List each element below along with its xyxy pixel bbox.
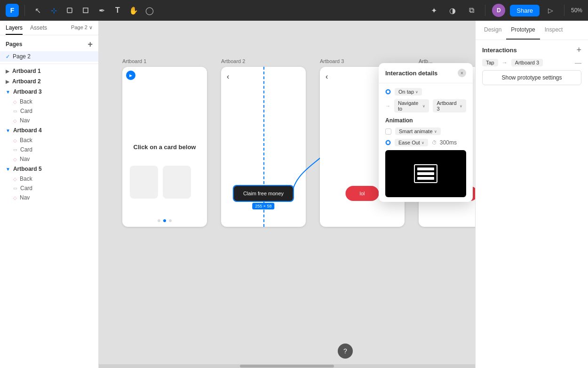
hand-tool[interactable]: ✋ [127, 3, 141, 17]
panel-tabs: Layers Assets Page 2 ∨ [0, 21, 98, 35]
duration-value[interactable]: 300ms [440, 139, 457, 146]
inspect-tab[interactable]: Inspect [540, 21, 568, 40]
artboard-3-btn[interactable]: lol [345, 186, 379, 201]
clock-icon: ⏱ [432, 140, 437, 145]
artboard-2-canvas-label: Artboard 2 [221, 58, 245, 64]
artboard-1-header[interactable]: ▶ Artboard 1 [0, 66, 98, 76]
animation-preview [385, 150, 466, 197]
preview-icon [414, 164, 437, 183]
artboard-3-back-btn[interactable]: ‹ [326, 72, 328, 81]
action-chip[interactable]: Navigate to ∨ [394, 99, 429, 112]
action-row: → Navigate to ∨ Artboard 3 ∨ [385, 99, 466, 112]
arrow-icon: → [385, 103, 390, 109]
interaction-arrow-icon: → [502, 59, 508, 66]
target-chip[interactable]: Artboard 3 ∨ [433, 99, 466, 112]
diamond-icon-5-back: ◇ [13, 176, 17, 182]
bottom-scrollbar[interactable] [99, 364, 475, 368]
artboard-1[interactable]: ▶ Click on a card below [122, 67, 207, 227]
layer-item-nav-3[interactable]: ◇ Nav [0, 116, 98, 125]
trigger-badge[interactable]: Tap [482, 59, 498, 66]
pen-tool[interactable]: ✒ [95, 3, 109, 17]
pages-header: Pages + [0, 35, 98, 51]
layer-item-card-4[interactable]: ▭ Card [0, 145, 98, 154]
layer-item-nav-4[interactable]: ◇ Nav [0, 154, 98, 164]
zoom-control[interactable]: 50% [571, 7, 582, 14]
share-button[interactable]: Share [510, 5, 540, 16]
design-tab[interactable]: Design [479, 21, 506, 40]
page-selector[interactable]: Page 2 ∨ [71, 24, 93, 35]
show-prototype-settings-button[interactable]: Show prototype settings [482, 70, 581, 85]
text-tool[interactable]: T [111, 3, 125, 17]
move-tool[interactable]: ↖ [31, 3, 45, 17]
artboard-1-text: Click on a card below [134, 144, 196, 151]
pages-title: Pages [6, 41, 22, 48]
artboard-2-back-btn[interactable]: ‹ [227, 72, 229, 81]
claim-btn[interactable]: Claim free money [234, 186, 293, 201]
trigger-chip[interactable]: On tap ∨ [395, 88, 422, 96]
trigger-caret: ∨ [415, 90, 418, 94]
diamond-icon-3-back: ◇ [13, 99, 17, 104]
artboard-3-expand-icon: ▼ [6, 89, 10, 95]
main-area: Layers Assets Page 2 ∨ Pages + ✓ Page 2 … [0, 21, 588, 368]
artboard-1-nav [158, 219, 172, 222]
smart-animate-chip[interactable]: Smart animate ∨ [395, 128, 441, 135]
toolbar-divider-1 [24, 5, 25, 16]
layer-item-nav-5[interactable]: ◇ Nav [0, 193, 98, 202]
action-caret: ∨ [422, 104, 425, 108]
layers-tab[interactable]: Layers [6, 24, 23, 35]
canvas-area[interactable]: Artboard 1 ▶ Click on a card below [99, 21, 475, 368]
layer-item-back-4[interactable]: ◇ Back [0, 136, 98, 145]
scrollbar-thumb [240, 365, 334, 368]
layer-item-card-5[interactable]: ▭ Card [0, 184, 98, 193]
app-logo[interactable]: F [6, 4, 19, 17]
assets-tab[interactable]: Assets [30, 24, 47, 35]
page-checkmark: ✓ [6, 54, 10, 60]
target-caret: ∨ [460, 104, 462, 108]
add-interaction-button[interactable]: + [576, 46, 581, 54]
add-page-button[interactable]: + [87, 40, 93, 48]
layer-item-card-3[interactable]: ▭ Card [0, 106, 98, 116]
play-button[interactable]: ▷ [544, 4, 557, 17]
smart-animate-checkbox[interactable] [385, 128, 391, 135]
select-tool[interactable]: ⊹ [47, 3, 61, 17]
layer-name-nav-3: Nav [20, 117, 30, 124]
modal-body: On tap ∨ → Navigate to ∨ Artboard 3 [379, 83, 473, 202]
artboard-2[interactable]: ‹ Claim free money 255 × 58 [221, 67, 306, 227]
remove-interaction-button[interactable]: — [575, 59, 581, 66]
modal-header: Interaction details × [379, 63, 473, 83]
artboard-2-header[interactable]: ▶ Artboard 2 [0, 76, 98, 87]
help-button[interactable]: ? [338, 344, 353, 359]
ease-out-radio[interactable] [385, 140, 391, 145]
mini-card-1 [130, 166, 158, 199]
shape-tool[interactable] [79, 3, 93, 17]
right-panel-tabs: Design Prototype Inspect [476, 21, 588, 40]
contrast-icon[interactable]: ◑ [445, 3, 460, 17]
trigger-radio[interactable] [385, 89, 391, 95]
artboard-1-play-icon: ▶ [126, 71, 135, 80]
layer-name-back-3: Back [20, 98, 32, 105]
component-icon[interactable]: ✦ [427, 3, 441, 17]
page-item-page2[interactable]: ✓ Page 2 [0, 51, 98, 62]
svg-rect-0 [67, 8, 72, 13]
toolbar-divider-2 [485, 5, 485, 16]
artboard-5-header[interactable]: ▼ Artboard 5 [0, 164, 98, 174]
avatar: D [492, 4, 505, 17]
interactions-title: Interactions [482, 47, 517, 54]
comment-tool[interactable]: ◯ [143, 3, 157, 17]
artboard-1-wrapper: Artboard 1 ▶ Click on a card below [122, 58, 207, 227]
ease-out-chip[interactable]: Ease Out ∨ [395, 139, 428, 146]
rect-icon-4-card: ▭ [13, 147, 17, 152]
nav-dot-1 [158, 219, 160, 222]
modal-close-button[interactable]: × [458, 69, 466, 77]
artboard-1-canvas-label: Artboard 1 [122, 58, 146, 64]
target-badge[interactable]: Artboard 3 [511, 59, 543, 66]
artboard-4-header[interactable]: ▼ Artboard 4 [0, 125, 98, 136]
layer-item-back-3[interactable]: ◇ Back [0, 97, 98, 106]
library-icon[interactable]: ⧉ [464, 3, 478, 17]
frame-tool[interactable] [63, 3, 77, 17]
artboard-3-header[interactable]: ▼ Artboard 3 [0, 87, 98, 97]
prototype-tab[interactable]: Prototype [506, 21, 540, 40]
artboard-2-wrapper: Artboard 2 ‹ Claim free money 255 × 58 [221, 58, 306, 227]
layer-item-back-5[interactable]: ◇ Back [0, 174, 98, 184]
claim-btn-selected[interactable]: Claim free money 255 × 58 [234, 186, 293, 201]
